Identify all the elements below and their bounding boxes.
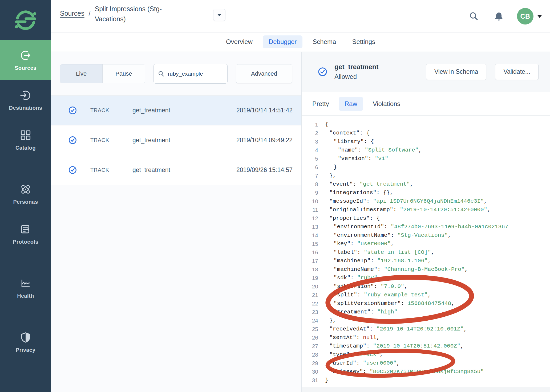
event-name: get_treatment (132, 137, 236, 144)
code-line: 28 "type": "track", (302, 350, 550, 359)
search-icon[interactable] (469, 11, 479, 21)
code-scrollbar-track[interactable] (302, 387, 550, 392)
tab-raw[interactable]: Raw (339, 97, 363, 111)
segment-logo[interactable] (0, 0, 51, 40)
code-area[interactable]: 1 { 2 "context": { 3 "library": { 4 "nam… (302, 116, 550, 387)
event-row[interactable]: TRACK get_treatment 2019/09/26 15:14:57 (51, 155, 301, 185)
sources-icon (19, 49, 32, 62)
tab-settings[interactable]: Settings (346, 35, 381, 48)
search-icon (158, 70, 164, 77)
line-number: 27 (302, 342, 318, 350)
code-line: 31 } (302, 376, 550, 385)
code-text: "event": "get_treatment", (325, 180, 413, 189)
line-number: 25 (302, 325, 318, 333)
tab-pretty[interactable]: Pretty (312, 97, 329, 111)
code-line: 18 "machineName": "Channing-B-MacBook-Pr… (302, 265, 550, 274)
sidebar-item-health[interactable]: Health (0, 268, 51, 308)
line-number: 10 (302, 197, 318, 206)
check-circle-icon (318, 67, 327, 77)
code-line: 30 "writeKey": "B0C52M2K75TM6CPqo8bHKj0f… (302, 368, 550, 376)
tab-bar: Overview Debugger Schema Settings (51, 32, 550, 51)
code-text: "name": "Split Software", (325, 146, 422, 154)
sidebar-item-catalog[interactable]: Catalog (0, 120, 51, 160)
code-text: "context": { (325, 129, 370, 137)
validate-button[interactable]: Validate... (495, 64, 539, 80)
line-number: 8 (302, 180, 318, 189)
code-text: "split": "ruby_example_test", (325, 291, 431, 299)
code-text: "environmentName": "Stg-Vacations", (325, 231, 451, 240)
code-line: 2 "context": { (302, 129, 550, 137)
source-switcher-button[interactable] (213, 9, 225, 21)
event-search-input[interactable] (168, 71, 223, 77)
tab-overview[interactable]: Overview (220, 35, 258, 48)
line-number: 31 (302, 376, 318, 385)
pause-button[interactable]: Pause (103, 64, 145, 83)
code-line: 9 "integrations": {}, (302, 189, 550, 197)
line-number: 13 (302, 223, 318, 231)
header-actions: CB (469, 0, 542, 32)
code-line: 12 "properties": { (302, 214, 550, 223)
code-text: "integrations": {}, (325, 189, 393, 197)
tab-violations[interactable]: Violations (373, 97, 401, 111)
event-row[interactable]: TRACK get_treatment 2019/10/14 09:49:22 (51, 125, 301, 155)
code-text: "properties": { (325, 214, 380, 223)
code-line: 23 "treatment": "high" (302, 308, 550, 316)
line-number: 20 (302, 282, 318, 291)
code-text: "splitVersionNumber": 1568848475448, (325, 299, 455, 308)
line-number: 17 (302, 257, 318, 265)
destinations-icon (19, 89, 32, 101)
sidebar-item-sources[interactable]: Sources (0, 40, 51, 80)
sidebar-item-destinations[interactable]: Destinations (0, 80, 51, 120)
line-number: 3 (302, 137, 318, 146)
code-line: 15 "key": "user0000", (302, 240, 550, 248)
event-type: TRACK (90, 137, 130, 143)
sidebar-item-label: Personas (13, 199, 38, 205)
code-line: 26 "sentAt": null, (302, 333, 550, 342)
debugger-toolbar: Live Pause Advanced (51, 52, 301, 84)
line-number: 7 (302, 172, 318, 180)
line-number: 22 (302, 299, 318, 308)
event-timestamp: 2019/10/14 09:49:22 (236, 137, 293, 144)
code-line: 22 "splitVersionNumber": 1568848475448, (302, 299, 550, 308)
line-number: 11 (302, 206, 318, 214)
code-text: "machineIp": "192.168.1.106", (325, 257, 431, 265)
code-text: "type": "track", (325, 350, 383, 359)
health-icon (19, 277, 32, 289)
code-text: "messageId": "api-1SD7Ur6NGY6Q4jaNDhEm14… (325, 197, 487, 206)
avatar[interactable]: CB (517, 8, 533, 24)
code-text: "sdkVersion": "7.0.0", (325, 282, 407, 291)
sidebar-item-protocols[interactable]: Protocols (0, 214, 51, 254)
account-chevron-down-icon[interactable] (537, 15, 542, 18)
code-text: "machineName": "Channing-B-MacBook-Pro", (325, 265, 468, 274)
event-list: TRACK get_treatment 2019/10/14 14:51:42 … (51, 95, 301, 185)
check-circle-icon (68, 136, 77, 145)
code-text: "library": { (325, 137, 374, 146)
code-text: } (325, 376, 329, 385)
advanced-button[interactable]: Advanced (236, 64, 292, 83)
code-text: "receivedAt": "2019-10-14T20:52:10.601Z"… (325, 325, 467, 333)
bell-icon[interactable] (494, 11, 504, 21)
code-line: 11 "originalTimestamp": "2019-10-14T20:5… (302, 206, 550, 214)
line-number: 24 (302, 316, 318, 325)
line-number: 28 (302, 350, 318, 359)
view-in-schema-button[interactable]: View in Schema (426, 64, 487, 80)
event-detail-panel: get_treatment Allowed View in Schema Val… (302, 52, 550, 392)
sidebar-item-personas[interactable]: Personas (0, 174, 51, 214)
segment-app: Sources Destinations Catalog (0, 0, 550, 392)
line-number: 15 (302, 240, 318, 248)
code-line: 10 "messageId": "api-1SD7Ur6NGY6Q4jaNDhE… (302, 197, 550, 206)
sidebar-item-label: Destinations (9, 105, 42, 111)
event-row[interactable]: TRACK get_treatment 2019/10/14 14:51:42 (51, 96, 301, 125)
code-line: 25 "receivedAt": "2019-10-14T20:52:10.60… (302, 325, 550, 333)
tab-debugger[interactable]: Debugger (263, 35, 302, 48)
line-number: 18 (302, 265, 318, 274)
live-button[interactable]: Live (60, 64, 103, 83)
sidebar-item-privacy[interactable]: Privacy (0, 322, 51, 362)
page-title: Split Impressions (Stg-Vacations) (95, 4, 175, 24)
line-number: 4 (302, 146, 318, 154)
breadcrumb-sources-link[interactable]: Sources (60, 10, 84, 24)
breadcrumb-separator: / (89, 10, 91, 24)
line-number: 2 (302, 129, 318, 137)
tab-schema[interactable]: Schema (307, 35, 342, 48)
event-name: get_treatment (132, 166, 236, 174)
